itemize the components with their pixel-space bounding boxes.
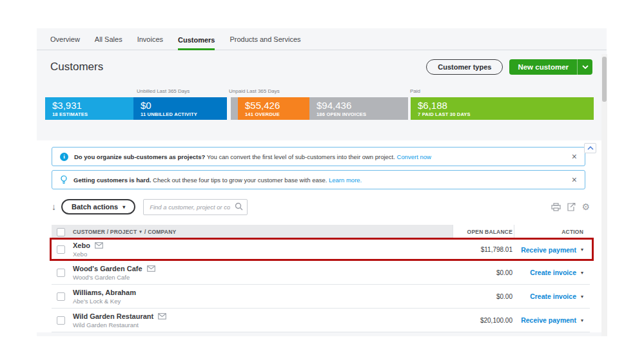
banner-bold-text: Do you organize sub-customers as project… — [74, 153, 205, 160]
convert-now-link[interactable]: Convert now — [397, 153, 431, 160]
batch-actions-button[interactable]: Batch actions ▾ — [61, 199, 135, 214]
customers-table: CUSTOMER / PROJECT ▾ / COMPANY OPEN BALA… — [52, 225, 590, 332]
table-row[interactable]: Wild Garden Restaurant Wild Garden Resta… — [52, 309, 590, 332]
money-bar: $3,931 18 ESTIMATES $0 11 UNBILLED ACTIV… — [45, 97, 598, 120]
projects-banner: i Do you organize sub-customers as proje… — [52, 147, 585, 166]
open-balance-value: $11,798.01 — [453, 239, 514, 260]
action-header: ACTION — [514, 225, 590, 239]
row-checkbox[interactable] — [57, 245, 65, 254]
segment-amount: $55,426 — [245, 100, 309, 111]
collapse-moneybar-button[interactable] — [584, 143, 596, 153]
banner-body-text: You can convert the first level of sub-c… — [205, 153, 396, 160]
sort-arrow-icon[interactable]: ↓ — [52, 202, 56, 212]
search-input[interactable] — [143, 199, 248, 215]
money-bar-segment[interactable]: $6,188 7 PAID LAST 30 DAYS — [411, 97, 594, 120]
company-name: Wood's Garden Cafe — [73, 274, 155, 281]
customer-name[interactable]: Xebo — [73, 242, 90, 249]
customer-name[interactable]: Williams, Abraham — [73, 289, 136, 296]
row-checkbox[interactable] — [57, 292, 65, 301]
segment-caption: 11 UNBILLED ACTIVITY — [141, 111, 227, 117]
tab-overview[interactable]: Overview — [50, 35, 80, 50]
tab-invoices[interactable]: Invoices — [137, 35, 163, 50]
money-bar-segment[interactable]: $3,931 18 ESTIMATES — [45, 97, 133, 120]
page-header: Customers Customer types New customer — [37, 50, 607, 84]
table-header: CUSTOMER / PROJECT ▾ / COMPANY OPEN BALA… — [52, 225, 590, 239]
open-balance-value: $0.00 — [453, 261, 514, 284]
tips-banner-text: Getting customers is hard. Check out the… — [73, 176, 565, 184]
banner-bold-text: Getting customers is hard. — [73, 176, 151, 184]
tab-all-sales[interactable]: All Sales — [95, 35, 122, 50]
caret-down-icon: ▾ — [122, 204, 125, 210]
company-name: Abe's Lock & Key — [73, 298, 136, 305]
action-dropdown-icon[interactable]: ▾ — [581, 247, 583, 252]
segment-caption: 7 PAID LAST 30 DAYS — [418, 111, 594, 117]
search-icon[interactable] — [235, 202, 243, 211]
customers-page: OverviewAll SalesInvoicesCustomersProduc… — [37, 28, 607, 336]
close-icon[interactable]: × — [572, 175, 577, 184]
company-name: Wild Garden Restaurant — [73, 321, 166, 329]
open-balance-value: $20,100.00 — [453, 309, 514, 332]
customer-name[interactable]: Wood's Garden Cafe — [73, 265, 142, 272]
segment-amount: $0 — [141, 100, 227, 111]
segment-caption: 141 OVERDUE — [245, 111, 309, 117]
row-checkbox[interactable] — [57, 269, 65, 277]
paid-label: Paid — [410, 88, 420, 94]
action-link[interactable]: Create invoice — [530, 292, 576, 300]
action-link[interactable]: Receive payment — [521, 246, 576, 254]
table-row[interactable]: Williams, Abraham Abe's Lock & Key $0.00… — [52, 285, 590, 309]
table-row[interactable]: Xebo Xebo $11,798.01 Receive payment ▾ — [52, 239, 590, 261]
tips-banner: Getting customers is hard. Check out the… — [52, 170, 585, 189]
new-customer-dropdown[interactable] — [577, 59, 592, 75]
close-icon[interactable]: × — [572, 152, 577, 161]
chevron-down-icon — [582, 65, 589, 69]
info-icon: i — [60, 153, 68, 161]
export-icon[interactable] — [567, 203, 576, 211]
company-name: Xebo — [73, 251, 103, 258]
customer-name[interactable]: Wild Garden Restaurant — [73, 312, 153, 320]
sales-tabbar: OverviewAll SalesInvoicesCustomersProduc… — [37, 28, 607, 50]
unpaid-label: Unpaid Last 365 Days — [229, 88, 280, 94]
table-toolbar: ↓ Batch actions ▾ — [52, 198, 590, 216]
company-header[interactable]: / COMPANY — [144, 229, 176, 235]
action-link[interactable]: Receive payment — [521, 316, 576, 324]
banner-body-text: Check out these four tips to grow your c… — [151, 176, 329, 184]
tab-customers[interactable]: Customers — [178, 36, 215, 50]
money-bar-segment[interactable]: $94,436 186 OPEN INVOICES — [309, 97, 408, 120]
money-bar-segment[interactable]: $55,426 141 OVERDUE — [238, 97, 309, 120]
new-customer-label[interactable]: New customer — [509, 59, 577, 75]
select-all-checkbox[interactable] — [57, 228, 65, 236]
print-icon[interactable] — [551, 203, 561, 211]
open-balance-header[interactable]: OPEN BALANCE — [453, 225, 514, 239]
action-dropdown-icon[interactable]: ▾ — [581, 294, 583, 300]
new-customer-button[interactable]: New customer — [509, 59, 592, 75]
customers-card: i Do you organize sub-customers as proje… — [37, 140, 607, 332]
action-dropdown-icon[interactable]: ▾ — [581, 318, 583, 323]
customer-project-header[interactable]: CUSTOMER / PROJECT — [73, 229, 137, 235]
segment-caption: 18 ESTIMATES — [52, 111, 133, 117]
segment-amount: $94,436 — [317, 100, 408, 111]
action-dropdown-icon[interactable]: ▾ — [581, 270, 583, 276]
table-body: Xebo Xebo $11,798.01 Receive payment ▾ W… — [52, 239, 590, 332]
segment-amount: $6,188 — [418, 100, 594, 111]
money-bar-section: Unbilled Last 365 Days Unpaid Last 365 D… — [45, 84, 598, 120]
customer-search — [143, 199, 248, 215]
projects-banner-text: Do you organize sub-customers as project… — [74, 153, 565, 160]
money-bar-segment[interactable] — [231, 97, 238, 120]
header-customer-cell: CUSTOMER / PROJECT ▾ / COMPANY — [52, 225, 453, 239]
chevron-up-icon — [587, 146, 594, 150]
segment-amount: $3,931 — [52, 100, 133, 111]
table-row[interactable]: Wood's Garden Cafe Wood's Garden Cafe $0… — [52, 261, 590, 285]
email-icon — [147, 265, 155, 272]
gear-icon[interactable]: ⚙ — [581, 202, 590, 211]
learn-more-link[interactable]: Learn more. — [329, 176, 362, 184]
page-title: Customers — [50, 61, 426, 73]
customer-types-button[interactable]: Customer types — [426, 59, 503, 75]
money-bar-segment[interactable]: $0 11 UNBILLED ACTIVITY — [133, 97, 227, 120]
action-link[interactable]: Create invoice — [530, 269, 576, 276]
caret-down-icon[interactable]: ▾ — [139, 229, 142, 234]
scrollbar-thumb[interactable] — [602, 57, 607, 102]
vertical-scrollbar[interactable] — [601, 54, 607, 336]
money-bar-labels: Unbilled Last 365 Days Unpaid Last 365 D… — [45, 84, 598, 97]
row-checkbox[interactable] — [57, 316, 65, 325]
tab-products-and-services[interactable]: Products and Services — [229, 35, 300, 50]
